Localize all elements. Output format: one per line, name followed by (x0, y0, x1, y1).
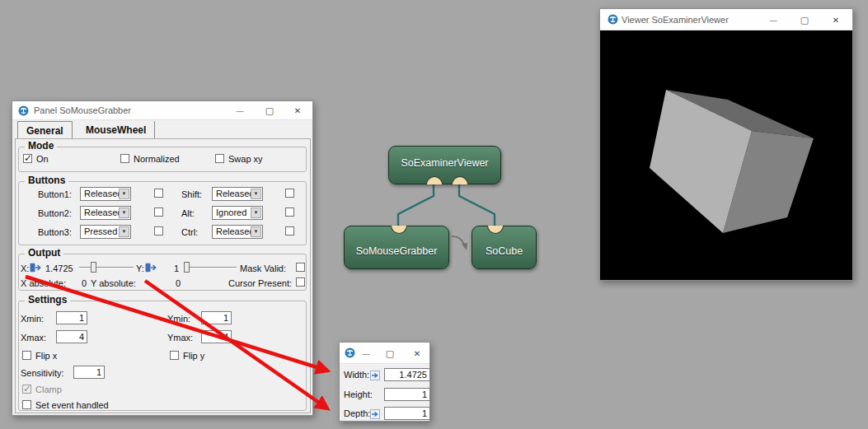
flipy-label: Flip y (183, 351, 204, 361)
ctrl-label: Ctrl: (181, 227, 198, 237)
port-icon[interactable] (426, 176, 443, 184)
close-icon[interactable] (408, 343, 426, 364)
tab-label: MouseWheel (86, 124, 146, 136)
viewer-render-area[interactable] (600, 30, 852, 280)
button3-label: Button3: (38, 227, 72, 237)
y-connection-plug-icon[interactable] (145, 263, 157, 273)
grabber-to-cube-arrow (452, 236, 465, 247)
dropdown-value: Released (84, 189, 122, 198)
depth-connection-plug-icon[interactable] (370, 409, 380, 419)
ctrl-checkbox[interactable] (285, 226, 294, 235)
x-connection-plug-icon[interactable] (30, 263, 42, 273)
button2-checkbox[interactable] (154, 208, 163, 217)
slider-groove (184, 267, 237, 268)
slider-groove (79, 267, 134, 268)
y-absolute-label: Y absolute: (91, 278, 136, 288)
depth-label: Depth: (344, 408, 370, 418)
minimize-icon[interactable] (357, 343, 375, 364)
xmin-input[interactable] (56, 311, 87, 324)
set-event-handled-checkbox[interactable] (22, 400, 31, 409)
clamp-label: Clamp (35, 385, 62, 394)
on-label: On (36, 154, 49, 164)
panel-somousegrabber-window: Panel SoMouseGrabber General MouseWheel … (12, 100, 313, 416)
clamp-checkbox[interactable] (22, 385, 31, 394)
node-soexaminerviewer[interactable]: SoExaminerViewer (388, 146, 501, 184)
viewer-titlebar[interactable]: Viewer SoExaminerViewer (600, 9, 852, 30)
slider-handle[interactable] (184, 262, 190, 273)
normalized-checkbox[interactable] (120, 154, 129, 163)
x-absolute-label: X absolute: (21, 278, 66, 288)
dropdown-arrow-icon[interactable] (251, 208, 261, 218)
maximize-icon[interactable] (256, 101, 283, 120)
flipy-checkbox[interactable] (170, 351, 179, 360)
window-title: Panel SoMouseGrabber (34, 105, 131, 115)
cursor-present-checkbox[interactable] (296, 277, 305, 287)
port-icon[interactable] (452, 176, 468, 184)
alt-checkbox[interactable] (285, 208, 294, 217)
set-event-handled-label: Set event handled (35, 400, 109, 410)
grabber-to-cube-arrowhead (462, 243, 467, 250)
ymax-label: Ymax: (167, 333, 193, 343)
swapxy-label: Swap xy (228, 154, 263, 164)
button2-dropdown[interactable]: Released (80, 206, 131, 220)
y-absolute-value: 0 (176, 278, 181, 288)
node-label: SoCube (486, 245, 523, 257)
ctrl-dropdown[interactable]: Released (212, 225, 263, 239)
socube-fields-window: Width: Height: Depth: (339, 342, 430, 422)
height-input[interactable] (384, 388, 430, 401)
dropdown-arrow-icon[interactable] (251, 226, 261, 237)
minimize-icon[interactable] (227, 101, 253, 120)
slider-handle[interactable] (91, 262, 96, 273)
group-title: Settings (25, 294, 70, 305)
depth-input[interactable] (384, 407, 430, 420)
ymin-label: Ymin: (167, 314, 190, 324)
port-icon[interactable] (391, 226, 407, 234)
alt-dropdown[interactable]: Ignored (212, 206, 263, 220)
tab-general[interactable]: General (17, 121, 73, 139)
button3-checkbox[interactable] (154, 226, 163, 235)
button3-dropdown[interactable]: Pressed (80, 225, 131, 239)
flipx-checkbox[interactable] (22, 351, 31, 360)
width-connection-plug-icon[interactable] (370, 371, 380, 380)
width-input[interactable] (384, 368, 430, 381)
dropdown-value: Released (216, 189, 254, 198)
panel-titlebar[interactable]: Panel SoMouseGrabber (12, 101, 312, 120)
group-title: Mode (25, 140, 57, 152)
ymin-input[interactable] (201, 311, 232, 324)
app-icon (345, 347, 355, 358)
tab-mousewheel[interactable]: MouseWheel (77, 121, 155, 139)
dropdown-arrow-icon[interactable] (251, 189, 261, 199)
dropdown-arrow-icon[interactable] (119, 226, 129, 237)
close-icon[interactable] (284, 101, 311, 120)
node-socube[interactable]: SoCube (472, 226, 537, 269)
dropdown-arrow-icon[interactable] (119, 208, 129, 218)
dropdown-arrow-icon[interactable] (119, 189, 129, 199)
button1-checkbox[interactable] (154, 189, 163, 198)
fields-titlebar[interactable] (340, 343, 429, 364)
shift-checkbox[interactable] (285, 189, 294, 198)
button1-dropdown[interactable]: Released (80, 187, 131, 201)
y-output-label: Y: (136, 263, 144, 273)
on-checkbox[interactable] (23, 154, 32, 163)
y-output-slider[interactable] (184, 262, 237, 273)
normalized-label: Normalized (134, 154, 180, 164)
sensitivity-input[interactable] (73, 366, 105, 379)
mask-valid-checkbox[interactable] (296, 263, 305, 272)
xmax-input[interactable] (56, 330, 87, 343)
close-icon[interactable] (823, 9, 849, 30)
maximize-icon[interactable] (381, 343, 399, 364)
x-output-label: X: (21, 263, 29, 273)
dropdown-value: Ignored (216, 208, 246, 217)
dropdown-value: Released (216, 226, 254, 236)
height-field-row: Height: (343, 388, 429, 403)
port-icon[interactable] (487, 226, 504, 234)
width-label: Width: (344, 370, 369, 380)
ymax-input[interactable] (201, 330, 232, 343)
minimize-icon[interactable] (760, 9, 786, 30)
dropdown-value: Pressed (84, 226, 117, 236)
swapxy-checkbox[interactable] (215, 154, 224, 163)
node-somousegrabber[interactable]: SoMouseGrabber (344, 226, 449, 269)
maximize-icon[interactable] (791, 9, 818, 30)
shift-dropdown[interactable]: Released (212, 187, 263, 201)
x-output-slider[interactable] (79, 262, 134, 273)
